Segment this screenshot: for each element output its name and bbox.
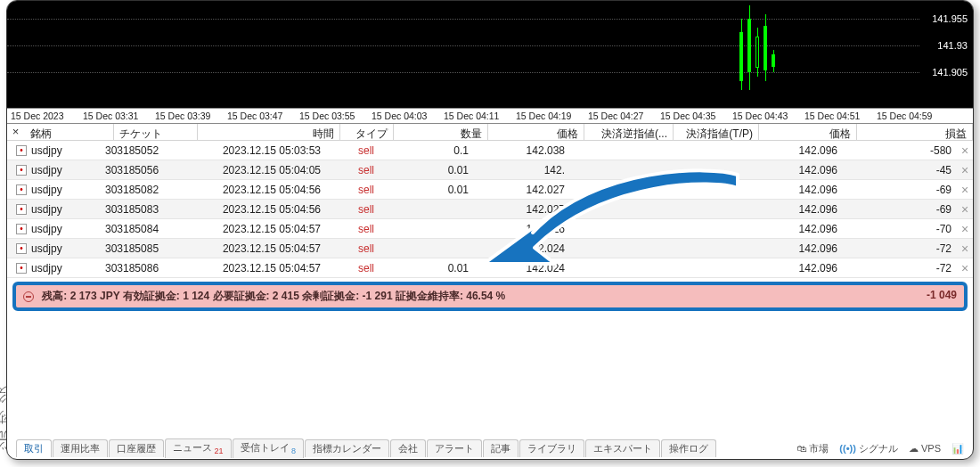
cell-current: 142.096 xyxy=(745,223,843,235)
close-trade-icon[interactable]: × xyxy=(957,202,973,217)
market-button[interactable]: 🛍 市場 xyxy=(791,442,834,455)
cell-ticket: 303185052 xyxy=(100,144,184,157)
tab-受信トレイ[interactable]: 受信トレイ 8 xyxy=(233,438,305,457)
signal-icon: ((•)) xyxy=(839,443,856,454)
extra-icon[interactable]: 📊 xyxy=(946,443,969,455)
cell-ticket: 303185086 xyxy=(100,262,184,274)
col-volume[interactable]: 数量 xyxy=(394,124,488,140)
cell-ticket: 303185085 xyxy=(100,242,184,255)
col-time[interactable]: 時間 xyxy=(198,124,340,140)
xtick-label: 15 Dec 04:19 xyxy=(516,109,588,123)
cell-volume: 0.01 xyxy=(380,262,474,274)
cell-volume: 0.1 xyxy=(380,144,474,157)
xtick-label: 15 Dec 04:59 xyxy=(877,109,949,123)
close-trade-icon[interactable]: × xyxy=(957,242,973,256)
signal-button[interactable]: ((•)) シグナル xyxy=(834,442,903,455)
table-row[interactable]: •usdjpy3031850822023.12.15 05:04:56sell0… xyxy=(7,180,973,200)
close-trade-icon[interactable]: × xyxy=(957,261,973,275)
account-summary-row[interactable]: 残高: 2 173 JPY 有効証拠金: 1 124 必要証拠金: 2 415 … xyxy=(12,282,968,311)
xtick-label: 15 Dec 2023 xyxy=(11,109,83,123)
cell-type: sell xyxy=(326,262,380,274)
table-row[interactable]: •usdjpy3031850832023.12.15 05:04:56sell1… xyxy=(7,200,973,219)
cell-type: sell xyxy=(326,242,380,255)
cell-pl: -580 xyxy=(843,144,957,157)
chart-panel[interactable]: 141.955 141.93 141.905 xyxy=(7,1,973,108)
xtick-label: 15 Dec 04:03 xyxy=(372,109,444,123)
col-tp[interactable]: 決済指値(T/P) xyxy=(674,124,759,140)
table-row[interactable]: •usdjpy3031850562023.12.15 05:04:05sell0… xyxy=(7,160,973,180)
col-ticket[interactable]: チケット xyxy=(114,124,198,140)
cell-current: 142.096 xyxy=(745,242,843,255)
xtick-label: 15 Dec 03:47 xyxy=(227,109,299,123)
panel-title: ツールボックス xyxy=(0,388,10,456)
signal-label: シグナル xyxy=(859,443,898,454)
cell-volume: 0.01 xyxy=(380,164,474,176)
tab-取引[interactable]: 取引 xyxy=(16,439,52,457)
app-window: 141.955 141.93 141.905 15 Dec 2023 15 De… xyxy=(6,0,974,460)
cell-type: sell xyxy=(326,223,380,235)
xtick-label: 15 Dec 04:35 xyxy=(660,109,732,123)
cell-type: sell xyxy=(326,164,380,176)
tab-エキスパート[interactable]: エキスパート xyxy=(585,439,660,457)
close-trade-icon[interactable]: × xyxy=(957,163,973,177)
cell-symbol: usdjpy xyxy=(31,203,62,216)
tab-会社[interactable]: 会社 xyxy=(390,439,426,457)
cell-time: 2023.12.15 05:04:57 xyxy=(184,223,326,235)
close-trade-icon[interactable]: × xyxy=(957,183,973,197)
tab-操作ログ[interactable]: 操作ログ xyxy=(661,439,716,457)
vps-label: VPS xyxy=(921,443,941,454)
table-row[interactable]: •usdjpy3031850842023.12.15 05:04:57sell1… xyxy=(7,219,973,239)
close-trade-icon[interactable]: × xyxy=(957,143,973,158)
cell-symbol: usdjpy xyxy=(31,164,62,176)
cell-time: 2023.12.15 05:04:56 xyxy=(184,203,326,216)
cell-price: 142.027 xyxy=(474,203,570,216)
tab-ニュース[interactable]: ニュース 21 xyxy=(165,438,232,457)
cell-time: 2023.12.15 05:03:53 xyxy=(184,144,326,157)
col-pl[interactable]: 損益 xyxy=(857,124,973,140)
cell-current: 142.096 xyxy=(745,144,843,157)
cell-type: sell xyxy=(326,203,380,216)
col-price[interactable]: 価格 xyxy=(488,124,584,140)
col-symbol[interactable]: 銘柄 xyxy=(25,124,114,140)
cell-pl: -45 xyxy=(843,164,957,176)
tab-運用比率[interactable]: 運用比率 xyxy=(53,439,108,457)
xtick-label: 15 Dec 03:55 xyxy=(299,109,372,123)
close-icon[interactable]: × xyxy=(10,127,21,138)
tab-口座履歴[interactable]: 口座履歴 xyxy=(109,439,164,457)
symbol-icon: • xyxy=(16,263,27,274)
cell-volume: 0.01 xyxy=(380,184,474,196)
cell-current: 142.096 xyxy=(745,203,843,216)
col-type[interactable]: タイプ xyxy=(340,124,394,140)
summary-text: 残高: 2 173 JPY 有効証拠金: 1 124 必要証拠金: 2 415 … xyxy=(42,290,505,302)
vps-button[interactable]: ☁ VPS xyxy=(903,443,946,455)
cell-symbol: usdjpy xyxy=(31,184,62,196)
close-trade-icon[interactable]: × xyxy=(957,222,973,236)
cell-ticket: 303185082 xyxy=(100,184,184,196)
tab-アラート[interactable]: アラート xyxy=(427,439,482,457)
symbol-icon: • xyxy=(16,165,27,176)
bottom-tabs: 取引運用比率口座履歴ニュース 21受信トレイ 8指標カレンダー会社アラート記事ラ… xyxy=(16,439,969,457)
cell-ticket: 303185084 xyxy=(100,223,184,235)
cell-price: 142. xyxy=(474,164,570,176)
cell-time: 2023.12.15 05:04:56 xyxy=(184,184,326,196)
table-row[interactable]: •usdjpy3031850862023.12.15 05:04:57sell0… xyxy=(7,258,973,278)
xtick-label: 15 Dec 04:43 xyxy=(732,109,804,123)
cell-price: 142.038 xyxy=(474,144,570,157)
xtick-label: 15 Dec 03:31 xyxy=(83,109,155,123)
col-sl[interactable]: 決済逆指値(... xyxy=(584,124,674,140)
cell-symbol: usdjpy xyxy=(31,242,62,255)
tab-ライブラリ[interactable]: ライブラリ xyxy=(519,439,584,457)
tab-指標カレンダー[interactable]: 指標カレンダー xyxy=(305,439,389,457)
symbol-icon: • xyxy=(16,243,27,254)
cell-ticket: 303185083 xyxy=(100,203,184,216)
cell-time: 2023.12.15 05:04:57 xyxy=(184,262,326,274)
col-current[interactable]: 価格 xyxy=(759,124,857,140)
symbol-icon: • xyxy=(16,204,27,215)
cell-pl: -70 xyxy=(843,223,957,235)
cell-time: 2023.12.15 05:04:05 xyxy=(184,164,326,176)
table-row[interactable]: •usdjpy3031850852023.12.15 05:04:57sell1… xyxy=(7,239,973,258)
tab-記事[interactable]: 記事 xyxy=(483,439,519,457)
cell-current: 142.096 xyxy=(745,164,843,176)
market-label: 市場 xyxy=(809,443,829,454)
table-row[interactable]: •usdjpy3031850522023.12.15 05:03:53sell0… xyxy=(7,141,973,160)
